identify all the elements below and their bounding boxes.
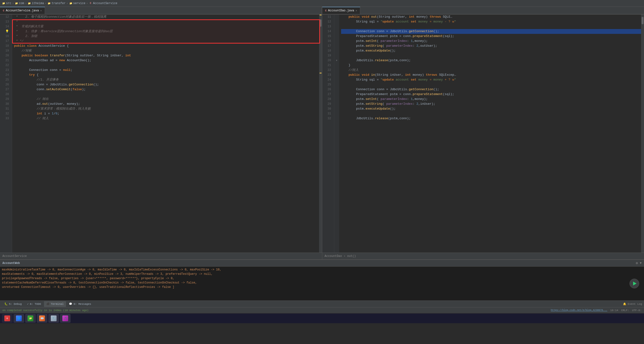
fold-12 <box>334 19 339 24</box>
console-line-3: privilegeSpawnedThreads -> false, proper… <box>2 276 642 281</box>
fold-15 <box>334 34 339 39</box>
rcode-line-19 <box>341 53 641 58</box>
tab-accountservice-java[interactable]: C AccountService.java ✕ <box>0 7 45 14</box>
todo-icon: ✓ <box>27 302 29 305</box>
status-bar-left: on completed successfully in 1s 240ms (1… <box>2 309 88 312</box>
rcode-line-12: String sql = "update account set money =… <box>341 19 641 24</box>
rln-20: 20 <box>322 58 333 63</box>
right-scrollbar-thumb <box>642 17 644 24</box>
tab-accountdao-label: AccountDao.java <box>328 9 354 12</box>
breadcrumb-itheima[interactable]: 📁 itheima <box>28 2 44 5</box>
console-header: AccountWeb ⚙ ▼ <box>0 260 644 267</box>
fold-17 <box>334 44 339 48</box>
taskbar-btn-1[interactable]: ⚙ <box>2 314 12 323</box>
line-num-20: 20 <box>0 53 10 58</box>
itheima-folder-icon: 📁 <box>28 2 31 5</box>
line-num-33: 33 <box>0 116 10 121</box>
fold-11[interactable] <box>334 15 339 19</box>
com-folder-icon: 📁 <box>15 2 18 5</box>
tab-bar: C AccountService.java ✕ C AccountDao.jav… <box>0 7 644 15</box>
code-line-31: //算术异常：模拟转出成功，转入失败 <box>14 106 319 111</box>
tab-close-accountservice[interactable]: ✕ <box>40 9 42 12</box>
chevron-icon[interactable]: ▼ <box>640 261 642 265</box>
breadcrumb-src-label: src <box>6 2 11 5</box>
line-num-17: 17 <box>0 39 10 44</box>
left-line-numbers: 12 13 14 💡 16 17 18 19 20 21 22 23 24 25… <box>0 15 12 252</box>
fold-22 <box>334 68 339 73</box>
line-num-32: 32 <box>0 111 10 116</box>
rln-27: 27 <box>322 92 333 97</box>
tab-accountdao-java[interactable]: C AccountDao.java ✕ <box>322 7 360 14</box>
right-line-numbers: 11 12 13 14 15 16 17 18 19 20 21 22 23 2… <box>322 15 334 252</box>
event-log-label[interactable]: Event Log <box>628 303 642 305</box>
right-scrollbar[interactable] <box>641 15 644 252</box>
fold-14 <box>334 29 339 34</box>
taskbar-btn-2[interactable]: 🌐 <box>14 314 24 323</box>
status-bar-right: https://blog.csdn.net/e/blog_4230078... … <box>551 309 642 312</box>
line-num-27: 27 <box>0 87 10 92</box>
event-log-icon: 🔔 <box>623 302 626 305</box>
tab-close-accountdao[interactable]: ✕ <box>356 9 357 12</box>
rln-12: 12 <box>322 19 333 24</box>
todo-tab[interactable]: ✓ 6: TODO <box>25 301 44 307</box>
line-num-30: 30 <box>0 102 10 106</box>
rln-22: 22 <box>322 68 333 73</box>
console-line-2: maxStatements -> 0, maxStatementsPerConn… <box>2 272 642 276</box>
left-bottom-bar: AccountService <box>0 252 322 259</box>
messages-tab-label: 0: Messages <box>74 303 91 305</box>
event-log-section: 🔔 Event Log <box>623 302 642 305</box>
breadcrumb-itheima-label: itheima <box>32 2 44 5</box>
rln-24: 24 <box>322 77 333 82</box>
fold-21 <box>334 63 339 68</box>
fold-20[interactable]: ▼ <box>334 58 339 63</box>
right-code-content[interactable]: public void out(String outUser, int mone… <box>339 15 641 252</box>
code-line-28 <box>14 92 319 97</box>
breadcrumb-accountservice[interactable]: C AccountService <box>89 2 118 5</box>
accountservice-java-icon: C <box>89 2 92 5</box>
breadcrumb-service[interactable]: 📁 service <box>69 2 85 5</box>
rln-17: 17 <box>322 44 333 48</box>
fold-23[interactable] <box>334 73 339 77</box>
taskbar-btn-3[interactable]: 📁 <box>25 314 36 323</box>
fold-16 <box>334 39 339 44</box>
messages-icon: 💬 <box>69 302 72 305</box>
taskbar-btn-5[interactable]: 🔧 <box>48 314 59 323</box>
taskbar-icon-2: 🌐 <box>16 315 22 321</box>
breadcrumb-transfer[interactable]: 📁 transfer <box>48 2 66 5</box>
breadcrumb-src[interactable]: 📁 src <box>2 2 11 5</box>
rcode-line-17: pstm.setString( parameterIndex: 2,outUse… <box>341 44 641 48</box>
rln-31: 31 <box>322 111 333 116</box>
right-code-area[interactable]: 11 12 13 14 15 16 17 18 19 20 21 22 23 2… <box>322 15 644 252</box>
messages-tab[interactable]: 💬 0: Messages <box>66 301 94 307</box>
bottom-tool-tabs: 🐛 5: Debug ✓ 6: TODO ⬛ Terminal 💬 0: Mes… <box>0 300 644 307</box>
line-num-16: 16 <box>0 34 10 39</box>
tab-accountservice-label: AccountService.java <box>6 9 39 12</box>
breadcrumb-com[interactable]: 📁 com <box>15 2 24 5</box>
rln-28: 28 <box>322 97 333 102</box>
taskbar-btn-6[interactable]: 🎵 <box>60 314 70 323</box>
console-run-button[interactable] <box>630 279 639 288</box>
status-encoding[interactable]: UTF-8: <box>632 309 642 312</box>
fold-13 <box>334 24 339 29</box>
right-gutter: ▼ <box>334 15 339 252</box>
console-content: maxAdministrativeTaskTime -> 0, maxConne… <box>0 267 644 300</box>
left-code-content[interactable]: * 2. 每个线程的connection对象必须前后一致，线程隔离 * * 常规… <box>12 15 319 252</box>
breadcrumb-accountservice-label: AccountService <box>93 2 118 5</box>
left-scrollbar-thumb <box>320 19 322 27</box>
rcode-line-13 <box>341 24 641 29</box>
right-tab-bar: C AccountDao.java ✕ <box>322 7 644 14</box>
rcode-line-20: JdbcUtils.release(pstm,conn); <box>341 58 641 63</box>
left-code-area[interactable]: 12 13 14 💡 16 17 18 19 20 21 22 23 24 25… <box>0 15 322 252</box>
status-line-ending[interactable]: CRLF: <box>621 309 629 312</box>
status-link[interactable]: https://blog.csdn.net/e/blog_4230078... <box>551 309 607 311</box>
debug-tab[interactable]: 🐛 5: Debug <box>2 301 24 307</box>
left-scrollbar[interactable] <box>319 15 322 252</box>
taskbar-btn-4[interactable]: 📧 <box>37 314 48 323</box>
gear-icon[interactable]: ⚙ <box>636 261 638 265</box>
code-line-25: //1. 开启事务 <box>14 77 319 82</box>
taskbar-icon-1: ⚙ <box>4 315 10 321</box>
terminal-tab[interactable]: ⬛ Terminal <box>44 301 66 307</box>
rcode-line-31 <box>341 111 641 116</box>
transfer-folder-icon: 📁 <box>48 2 51 5</box>
breadcrumb-service-label: service <box>73 2 85 5</box>
